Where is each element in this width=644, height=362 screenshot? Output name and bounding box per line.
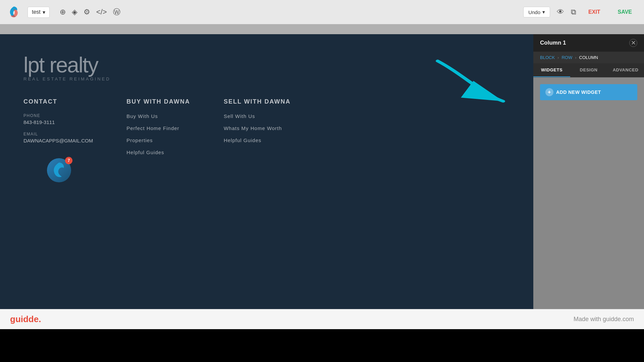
- breadcrumb-sep-2: ›: [575, 55, 576, 60]
- lpt-logo: lpt realty REAL ESTATE REIMAGINED: [23, 54, 510, 81]
- footer-buy-col: Buy With Dawna Buy With Us Perfect Home …: [126, 98, 190, 162]
- contact-heading: Contact: [23, 98, 93, 105]
- panel-tabs: WIDGETS DESIGN ADVANCED: [533, 63, 644, 77]
- footer-columns: Contact PHONE 843-819-3111 EMAIL DAWNACA…: [23, 98, 510, 162]
- made-with-text: Made with guidde.com: [574, 316, 634, 323]
- buy-link-1[interactable]: Buy With Us: [126, 113, 158, 119]
- gray-spacer: [0, 24, 644, 34]
- phone-label: PHONE: [23, 113, 93, 118]
- list-item: Helpful Guides: [224, 137, 291, 143]
- settings-icon[interactable]: ⚙: [84, 8, 90, 16]
- page-content: lpt realty REAL ESTATE REIMAGINED Contac…: [0, 34, 533, 309]
- toolbar-icons: ⊕ ◈ ⚙ </> Ⓦ: [60, 7, 120, 17]
- list-item: Helpful Guides: [126, 149, 190, 156]
- toolbar-right: Undo ▾ 👁 ⧉ EXIT SAVE: [523, 7, 637, 17]
- buy-link-2[interactable]: Perfect Home Finder: [126, 125, 179, 131]
- add-widget-button[interactable]: + ADD NEW WIDGET: [540, 84, 637, 100]
- guidde-logo: guidde.: [10, 314, 41, 324]
- list-item: Whats My Home Worth: [224, 125, 291, 131]
- tab-advanced[interactable]: ADVANCED: [607, 63, 644, 77]
- plus-icon: +: [545, 88, 553, 96]
- sell-link-2[interactable]: Whats My Home Worth: [224, 125, 282, 131]
- bottom-bar: guidde. Made with guidde.com: [0, 309, 644, 329]
- logo-sub: REAL ESTATE REIMAGINED: [23, 76, 510, 81]
- sell-link-3[interactable]: Helpful Guides: [224, 137, 261, 143]
- notification-badge: 7: [65, 157, 72, 164]
- footer-contact-col: Contact PHONE 843-819-3111 EMAIL DAWNACA…: [23, 98, 93, 162]
- email-value: DAWNACAPPS@GMAIL.COM: [23, 138, 93, 143]
- sell-links: Sell With Us Whats My Home Worth Helpful…: [224, 113, 291, 143]
- save-button[interactable]: SAVE: [612, 7, 637, 17]
- buy-links: Buy With Us Perfect Home Finder Properti…: [126, 113, 190, 156]
- breadcrumb-column: COLUMN: [579, 55, 598, 60]
- main-area: lpt realty REAL ESTATE REIMAGINED Contac…: [0, 34, 644, 309]
- layers-icon[interactable]: ◈: [72, 8, 77, 16]
- buy-link-3[interactable]: Properties: [126, 137, 153, 143]
- sell-heading: Sell With Dawna: [224, 98, 291, 105]
- undo-label: Undo: [528, 9, 540, 15]
- code-icon[interactable]: </>: [96, 8, 107, 16]
- footer-sell-col: Sell With Dawna Sell With Us Whats My Ho…: [224, 98, 291, 162]
- wordpress-icon[interactable]: Ⓦ: [113, 7, 120, 17]
- breadcrumb: BLOCK › ROW › COLUMN: [533, 52, 644, 63]
- site-name-label: test: [32, 9, 41, 15]
- side-panel: Column 1 ✕ BLOCK › ROW › COLUMN WIDGETS …: [533, 34, 644, 309]
- app-logo[interactable]: [7, 5, 21, 19]
- email-label: EMAIL: [23, 132, 93, 136]
- preview-icon[interactable]: 👁: [557, 8, 564, 16]
- exit-button[interactable]: EXIT: [583, 7, 606, 17]
- copy-icon[interactable]: ⧉: [571, 8, 576, 16]
- panel-close-button[interactable]: ✕: [629, 39, 637, 47]
- list-item: Buy With Us: [126, 113, 190, 119]
- breadcrumb-row[interactable]: ROW: [561, 55, 572, 60]
- phone-value: 843-819-3111: [23, 119, 93, 125]
- list-item: Perfect Home Finder: [126, 125, 190, 131]
- chevron-down-icon: ▾: [542, 9, 545, 15]
- tab-design[interactable]: DESIGN: [570, 63, 607, 77]
- sell-link-1[interactable]: Sell With Us: [224, 113, 255, 119]
- undo-button[interactable]: Undo ▾: [523, 7, 550, 17]
- logo-text: lpt realty: [23, 54, 510, 76]
- panel-body: + ADD NEW WIDGET: [533, 77, 644, 309]
- buy-link-4[interactable]: Helpful Guides: [126, 149, 164, 155]
- toolbar: test ▾ ⊕ ◈ ⚙ </> Ⓦ Undo ▾ 👁 ⧉ EXIT SAVE: [0, 0, 644, 24]
- breadcrumb-sep-1: ›: [557, 55, 559, 60]
- list-item: Sell With Us: [224, 113, 291, 119]
- tab-widgets[interactable]: WIDGETS: [533, 63, 570, 77]
- add-icon[interactable]: ⊕: [60, 8, 66, 16]
- add-widget-label: ADD NEW WIDGET: [556, 89, 601, 95]
- panel-title: Column 1: [540, 40, 566, 46]
- buy-heading: Buy With Dawna: [126, 98, 190, 105]
- chevron-down-icon: ▾: [43, 9, 45, 15]
- panel-header: Column 1 ✕: [533, 34, 644, 52]
- site-name-dropdown[interactable]: test ▾: [28, 7, 50, 18]
- avatar-container: 7: [47, 158, 71, 182]
- list-item: Properties: [126, 137, 190, 143]
- breadcrumb-block[interactable]: BLOCK: [540, 55, 555, 60]
